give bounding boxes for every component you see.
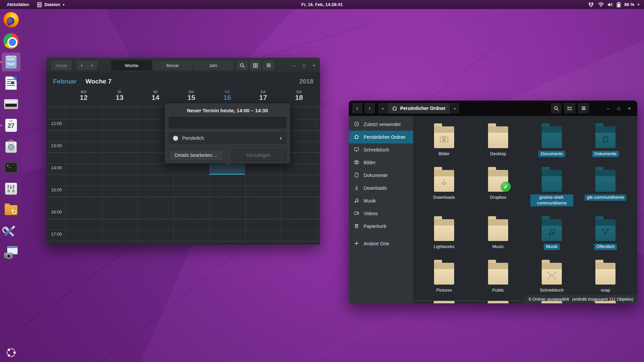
sidebar-item-andere-orte[interactable]: Andere Orte <box>349 237 413 250</box>
minimize-button[interactable]: – <box>607 106 609 111</box>
day-header-mi: MI14 <box>138 90 173 101</box>
calendar-select[interactable]: Persönlich › <box>169 132 286 144</box>
dock-item-libreoffice-writer[interactable] <box>3 75 19 91</box>
week-label: Woche 7 <box>86 78 112 85</box>
folder-item--ffentlich[interactable]: Öffentlich <box>580 216 631 250</box>
files-content[interactable]: 6 Ordner ausgewählt (enthält insgesamt 1… <box>414 116 637 303</box>
half-hour-line <box>46 219 320 219</box>
dock-item-backups[interactable] <box>3 202 19 218</box>
clock[interactable]: Fr, 16. Feb, 14:28:41 <box>0 2 644 7</box>
view-tab-monat[interactable]: Monat <box>152 60 193 70</box>
folder-item-desktop[interactable]: Desktop <box>473 123 523 157</box>
back-button[interactable]: ‹ <box>352 103 363 114</box>
folder-icon <box>487 216 509 241</box>
libreoffice-writer-icon <box>3 75 19 91</box>
folder-item-gtk-communitheme[interactable]: gtk-communitheme <box>580 167 631 201</box>
close-button[interactable]: × <box>628 106 631 111</box>
dock-item-files[interactable] <box>3 54 19 70</box>
dock-item-chrome[interactable] <box>3 33 19 49</box>
calendar-name: Persönlich <box>182 135 204 141</box>
folder-item-dropbox[interactable]: ✓Dropbox <box>473 167 523 201</box>
edit-details-button[interactable]: Details bearbeiten ... <box>169 149 224 161</box>
folder-icon <box>595 167 616 192</box>
day-number: 16 <box>209 94 245 101</box>
close-button[interactable]: × <box>313 63 315 68</box>
folder-item-downloads[interactable]: Downloads <box>419 167 469 201</box>
sidebar-item-dokumente[interactable]: Dokumente <box>349 169 413 182</box>
chevron-right-icon: › <box>280 135 282 141</box>
month-grid-button[interactable] <box>249 60 262 71</box>
app-menu[interactable]: Dateien ▾ <box>37 2 64 7</box>
folder-icon <box>487 260 509 285</box>
sidebar-item-label: Zuletzt verwendet <box>364 122 401 127</box>
day-number: 13 <box>102 94 138 101</box>
folder-item-public[interactable]: Public <box>473 260 523 294</box>
dock-item-calendar[interactable]: FR27 <box>3 117 19 133</box>
menu-button[interactable] <box>577 103 590 114</box>
maximize-button[interactable]: □ <box>618 106 620 111</box>
path-bar[interactable]: ◂ Persönlicher Ordner ▸ <box>378 103 460 114</box>
path-scroll-left-icon[interactable]: ◂ <box>378 103 387 114</box>
folder-item-snap[interactable]: snap <box>580 260 631 294</box>
search-button[interactable] <box>550 103 562 114</box>
sidebar-item-pers-nlicher-ordner[interactable]: Persönlicher Ordner <box>349 131 413 143</box>
path-scroll-right-icon[interactable]: ▸ <box>450 103 460 114</box>
sidebar-item-schreibtisch[interactable]: Schreibtisch <box>349 143 413 156</box>
folder-icon <box>433 260 455 285</box>
year-label: 2018 <box>299 78 313 85</box>
sync-ok-icon: ✓ <box>501 182 511 192</box>
dock-item-terminal[interactable] <box>3 160 19 176</box>
dock-item-tweaks[interactable] <box>3 181 19 197</box>
half-hour-line <box>46 241 320 241</box>
search-button[interactable] <box>236 60 249 71</box>
grid-column-line <box>317 103 317 245</box>
previous-week-button[interactable]: ‹ <box>76 60 87 71</box>
dock-item-screenshot[interactable] <box>3 244 19 260</box>
today-button[interactable]: Heute <box>51 60 72 71</box>
trash-icon <box>354 223 359 230</box>
dock-item-ubuntu-software[interactable] <box>3 138 19 155</box>
folder-item-lightworks[interactable]: Lightworks <box>419 216 469 250</box>
folder-item-gnome-shell-communitheme[interactable]: gnome-shell-communitheme <box>527 167 577 206</box>
day-header-fr: FR16 <box>209 90 245 101</box>
show-apps-button[interactable] <box>6 347 16 358</box>
dock-item-simple-scan[interactable] <box>3 96 19 112</box>
dock-item-firefox[interactable] <box>3 12 19 28</box>
view-tab-woche[interactable]: Woche <box>111 60 152 70</box>
sidebar-item-label: Videos <box>364 211 378 216</box>
folder-label: Schreibtisch <box>538 287 566 294</box>
folder-item-documents[interactable]: Documents <box>527 123 577 157</box>
menu-button[interactable] <box>262 60 275 71</box>
folder-item-bilder[interactable]: Bilder <box>419 123 469 157</box>
system-status-area[interactable]: 86 % ▾ <box>588 2 644 7</box>
folder-label: gtk-communitheme <box>585 194 627 201</box>
folder-item-musik[interactable]: Musik <box>527 216 577 250</box>
camera-icon <box>354 160 359 166</box>
simple-scan-icon <box>3 97 19 112</box>
activities-button[interactable]: Aktivitäten <box>5 2 31 7</box>
folder-label: Dropbox <box>487 194 508 201</box>
sidebar-item-musik[interactable]: Musik <box>349 194 413 207</box>
view-tab-jahr[interactable]: Jahr <box>193 60 233 70</box>
event-title-input[interactable] <box>169 117 286 128</box>
new-event-popup: Neuer Termin heute, 14:00 – 14:30 Persön… <box>164 103 290 164</box>
firefox-icon <box>3 12 19 27</box>
sidebar-item-papierkorb[interactable]: Papierkorb <box>349 220 413 233</box>
sidebar-item-bilder[interactable]: Bilder <box>349 156 413 169</box>
folder-label: Documents <box>538 151 565 157</box>
dock-item-tools[interactable] <box>3 223 19 239</box>
add-event-button[interactable]: Hinzufügen <box>231 149 286 161</box>
folder-item-schreibtisch[interactable]: Schreibtisch <box>527 260 577 294</box>
minimize-button[interactable]: – <box>293 63 295 68</box>
sidebar-item-videos[interactable]: Videos <box>349 207 413 220</box>
next-week-button[interactable]: › <box>87 60 98 71</box>
calendar-window: Heute ‹ › WocheMonatJahr – □ × Februar W… <box>46 58 320 245</box>
folder-item-music[interactable]: Music <box>473 216 523 250</box>
forward-button[interactable]: › <box>364 103 375 114</box>
maximize-button[interactable]: □ <box>303 63 306 68</box>
sidebar-item-downloads[interactable]: Downloads <box>349 182 413 194</box>
folder-item-pictures[interactable]: Pictures <box>419 260 469 294</box>
sidebar-item-zuletzt-verwendet[interactable]: Zuletzt verwendet <box>349 118 413 131</box>
folder-item-dokumente[interactable]: Dokumente <box>580 123 631 157</box>
view-toggle-button[interactable] <box>564 103 576 114</box>
